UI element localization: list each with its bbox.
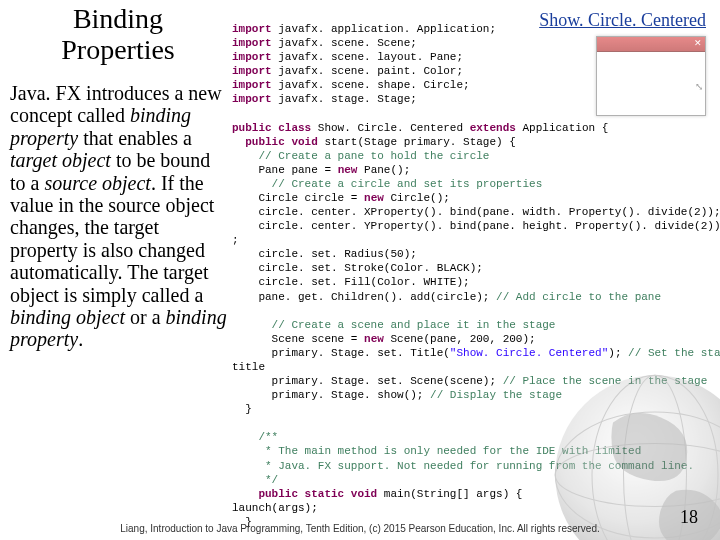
code-line: title — [232, 361, 265, 373]
code-comment: // Add circle to the pane — [496, 291, 661, 303]
code-line: pane. get. Children(). add(circle); — [232, 291, 496, 303]
body-text-2: that enables a — [78, 127, 192, 149]
code-comment: // Create a scene and place it in the st… — [232, 319, 555, 331]
title-line-2: Properties — [61, 34, 175, 65]
code-line: circle. set. Fill(Color. WHITE); — [232, 276, 470, 288]
code-line: javafx. scene. layout. Pane; — [272, 51, 463, 63]
code-line: ); — [608, 347, 628, 359]
kw-import: import — [232, 23, 272, 35]
code-line: start(Stage primary. Stage) { — [318, 136, 516, 148]
code-comment: // Create a circle and set its propertie… — [232, 178, 542, 190]
kw-public-static-void: public static void — [232, 488, 377, 500]
code-line: circle. center. XProperty(). bind(pane. … — [232, 206, 720, 218]
code-line: ; — [232, 234, 239, 246]
code-comment: /** — [232, 431, 278, 443]
code-comment: // Create a pane to hold the circle — [232, 150, 489, 162]
code-line: main(String[] args) { — [377, 488, 522, 500]
code-line: launch(args); — [232, 502, 318, 514]
code-line: javafx. application. Application; — [272, 23, 496, 35]
term-binding-object: binding object — [10, 306, 125, 328]
code-line: Circle circle = — [232, 192, 364, 204]
code-line: circle. set. Stroke(Color. BLACK); — [232, 262, 483, 274]
slide: Binding Properties Show. Circle. Centere… — [0, 0, 720, 540]
kw-import: import — [232, 51, 272, 63]
code-line: primary. Stage. set. Scene(scene); — [232, 375, 503, 387]
term-source-object: source object — [44, 172, 150, 194]
kw-extends: extends — [470, 122, 516, 134]
body-text-6: . — [78, 328, 83, 350]
kw-import: import — [232, 37, 272, 49]
kw-import: import — [232, 79, 272, 91]
code-line: javafx. stage. Stage; — [272, 93, 417, 105]
code-comment: * Java. FX support. Not needed for runni… — [232, 460, 694, 472]
code-line: circle. center. YProperty(). bind(pane. … — [232, 220, 720, 232]
kw-new: new — [338, 164, 358, 176]
footer-copyright: Liang, Introduction to Java Programming,… — [0, 523, 720, 534]
page-number: 18 — [680, 507, 698, 528]
title-line-1: Binding — [73, 3, 163, 34]
code-comment: // Place the scene in the stage — [503, 375, 708, 387]
code-line: Scene scene = — [232, 333, 364, 345]
code-comment: // Display the stage — [430, 389, 562, 401]
code-line: Application { — [516, 122, 608, 134]
code-line: primary. Stage. show(); — [232, 389, 430, 401]
body-text-5: or a — [125, 306, 166, 328]
code-line: javafx. scene. shape. Circle; — [272, 79, 470, 91]
code-line: Circle(); — [384, 192, 450, 204]
code-line: primary. Stage. set. Title( — [232, 347, 450, 359]
kw-import: import — [232, 65, 272, 77]
kw-public-class: public class — [232, 122, 311, 134]
code-string: "Show. Circle. Centered" — [450, 347, 608, 359]
code-line: Scene(pane, 200, 200); — [384, 333, 536, 345]
code-comment: */ — [232, 474, 278, 486]
code-listing: import javafx. application. Application;… — [232, 8, 710, 540]
code-line: Pane pane = — [232, 164, 338, 176]
code-line: } — [232, 403, 252, 415]
code-line: Show. Circle. Centered — [311, 122, 469, 134]
kw-import: import — [232, 93, 272, 105]
kw-new: new — [364, 333, 384, 345]
kw-public-void: public void — [232, 136, 318, 148]
code-line: javafx. scene. Scene; — [272, 37, 417, 49]
code-line: circle. set. Radius(50); — [232, 248, 417, 260]
slide-title: Binding Properties — [18, 4, 218, 66]
code-line: javafx. scene. paint. Color; — [272, 65, 463, 77]
code-comment: // Set the stage — [628, 347, 720, 359]
term-target-object: target object — [10, 149, 111, 171]
code-comment: * The main method is only needed for the… — [232, 445, 641, 457]
code-line: Pane(); — [357, 164, 410, 176]
kw-new: new — [364, 192, 384, 204]
body-paragraph: Java. FX introduces a new concept called… — [10, 82, 230, 351]
